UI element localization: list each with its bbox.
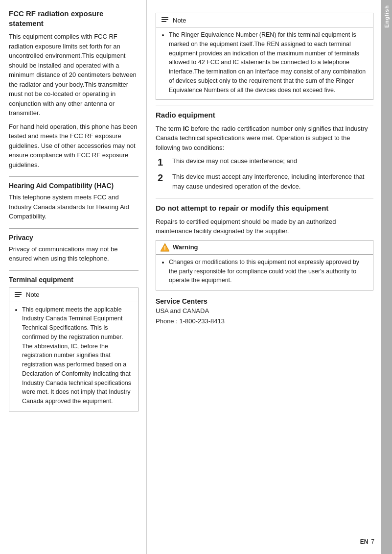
terminal-note-item-0: This equipment meets the applicable Indu… (22, 305, 133, 406)
footer-lang: EN (360, 538, 369, 545)
service-centers-title: Service Centers (156, 297, 373, 305)
divider-right-1 (156, 105, 373, 105)
top-note-header: Note (156, 13, 373, 27)
svg-rect-3 (161, 17, 168, 18)
radio-item-1: 1 This device may not cause interference… (158, 156, 373, 168)
warning-icon: ! (160, 242, 170, 252)
note-icon (13, 290, 23, 300)
section-fcc: FCC RF radiation exposure statement This… (9, 9, 138, 169)
radio-item-1-text: This device may not cause interference; … (172, 156, 297, 166)
repair-para: Repairs to certified equipment should be… (156, 217, 373, 236)
page-footer: EN 7 (360, 538, 374, 545)
privacy-title: Privacy (9, 234, 138, 241)
service-centers-info: USA and CANADA Phone : 1-800-233-8413 (156, 306, 373, 327)
radio-title: Radio equipment (156, 110, 373, 120)
service-centers-block: Service Centers USA and CANADA Phone : 1… (156, 297, 373, 327)
repair-title: Do not attempt to repair or modify this … (156, 203, 373, 213)
radio-item-2: 2 This device must accept any interferen… (158, 172, 373, 191)
page-container: FCC RF radiation exposure statement This… (0, 0, 392, 554)
left-column: FCC RF radiation exposure statement This… (0, 0, 147, 554)
section-repair: Do not attempt to repair or modify this … (156, 203, 373, 290)
top-note-item-0: The Ringer Equivalence Number (REN) for … (169, 30, 368, 95)
terminal-note-body: This equipment meets the applicable Indu… (9, 302, 138, 411)
warning-label: Warning (173, 243, 198, 251)
fcc-title: FCC RF radiation exposure statement (9, 9, 138, 28)
top-note-body: The Ringer Equivalence Number (REN) for … (156, 27, 373, 99)
divider-1 (9, 176, 138, 177)
service-centers-line1: USA and CANADA (156, 306, 373, 316)
hac-title: Hearing Aid Compatibility (HAC) (9, 182, 138, 190)
svg-rect-4 (161, 19, 168, 20)
top-note-label: Note (173, 17, 186, 24)
service-centers-line2: Phone : 1-800-233-8413 (156, 316, 373, 327)
footer-page: 7 (371, 538, 374, 545)
warning-item-0: Changes or modifications to this equipme… (169, 258, 368, 285)
fcc-para-1: This equipment complies with FCC RF radi… (9, 32, 138, 118)
privacy-para: Privacy of communications may not be ens… (9, 244, 138, 264)
section-radio: Radio equipment The term IC before the r… (156, 110, 373, 191)
top-note-box: Note The Ringer Equivalence Number (REN)… (156, 13, 373, 100)
terminal-title: Terminal equipment (9, 276, 138, 284)
svg-text:!: ! (164, 245, 166, 252)
warning-box: ! Warning Changes or modifications to th… (156, 240, 373, 290)
hac-para: This telephone system meets FCC and Indu… (9, 193, 138, 221)
svg-rect-0 (15, 292, 22, 293)
divider-right-2 (156, 198, 373, 198)
radio-ic: IC (183, 125, 189, 132)
side-tab-text: English (384, 5, 390, 28)
svg-rect-5 (161, 21, 166, 22)
warning-body: Changes or modifications to this equipme… (156, 255, 373, 290)
fcc-para-2: For hand held operation, this phone has … (9, 122, 138, 170)
right-column: Note The Ringer Equivalence Number (REN)… (147, 0, 381, 554)
terminal-note-label: Note (26, 291, 39, 298)
svg-rect-2 (15, 296, 20, 297)
svg-rect-1 (15, 294, 22, 295)
warning-header: ! Warning (156, 241, 373, 255)
terminal-note-header: Note (9, 288, 138, 302)
main-content: FCC RF radiation exposure statement This… (0, 0, 381, 554)
radio-item-2-text: This device must accept any interference… (172, 172, 373, 191)
radio-numbered-list: 1 This device may not cause interference… (158, 156, 373, 191)
section-hac: Hearing Aid Compatibility (HAC) This tel… (9, 182, 138, 221)
section-terminal: Terminal equipment Note (9, 276, 138, 411)
radio-intro: The term IC before the radio certificati… (156, 124, 373, 153)
terminal-note-box: Note This equipment meets the applicable… (9, 288, 138, 411)
side-tab: English (381, 0, 392, 554)
top-note-icon (160, 15, 170, 25)
divider-2 (9, 228, 138, 229)
section-privacy: Privacy Privacy of communications may no… (9, 234, 138, 264)
divider-3 (9, 270, 138, 271)
